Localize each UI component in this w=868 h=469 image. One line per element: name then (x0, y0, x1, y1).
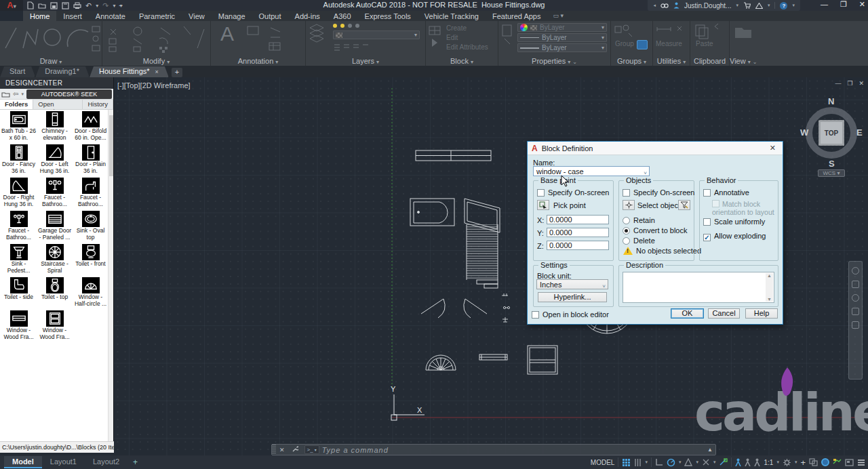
viewcube-south[interactable]: S (829, 159, 835, 169)
dc-block-item[interactable]: Door - Plain 36 in. (73, 144, 108, 178)
x-input[interactable]: 0.0000 (547, 215, 609, 224)
file-tab-drawing1[interactable]: Drawing1* (35, 66, 90, 77)
workspace-dropdown-icon[interactable]: ▾ (795, 460, 797, 465)
osnap-tracking-dropdown-icon[interactable]: ▾ (713, 460, 716, 465)
ribbon-tab-output[interactable]: Output (252, 11, 288, 21)
command-history-icon[interactable]: ▲ (707, 447, 715, 453)
dc-tab-history[interactable]: History (83, 100, 113, 109)
workspace-gear-icon[interactable] (783, 458, 791, 467)
match-orientation-checkbox[interactable]: Match block orientation to layout (712, 200, 774, 216)
dc-block-item[interactable]: Window - Wood Fra... (1, 310, 37, 344)
infocenter-collapse-icon[interactable]: ◂ (653, 3, 656, 8)
dc-load-icon[interactable] (1, 88, 10, 100)
convert-to-block-radio[interactable]: Convert to block (623, 226, 687, 234)
navigation-bar[interactable] (848, 261, 863, 380)
new-layout-button[interactable]: + (127, 457, 143, 467)
user-dropdown-icon[interactable]: ▾ (736, 3, 738, 8)
basepoint-specify-checkbox[interactable]: Specify On-screen (537, 188, 609, 197)
panel-label-properties[interactable]: Properties▾⌄ (498, 57, 610, 65)
panel-label-modify[interactable]: Modify▾ (102, 57, 210, 65)
dialog-titlebar[interactable]: A Block Definition ✕ (528, 142, 783, 155)
viewcube-north[interactable]: N (828, 96, 834, 106)
dc-block-item[interactable]: Garage Door - Paneled ... (37, 211, 73, 244)
block-create-label[interactable]: Create (446, 24, 488, 32)
dc-block-item[interactable]: Faucet - Bathroo... (1, 211, 37, 244)
restore-button[interactable]: ❐ (840, 0, 847, 9)
annotation-scale-icon[interactable] (754, 458, 760, 466)
designcenter-title[interactable]: DESIGNCENTER (0, 77, 113, 89)
ribbon-tab-annotate[interactable]: Annotate (89, 11, 132, 21)
z-input[interactable]: 0.0000 (547, 241, 609, 250)
dc-back-icon[interactable]: ⇦ (13, 90, 18, 98)
dc-block-item[interactable]: Faucet - Bathroo... (73, 178, 108, 211)
customization-menu-icon[interactable] (857, 459, 865, 466)
dc-block-item[interactable]: Chimney - elevation (37, 111, 73, 144)
isodraft-icon[interactable] (684, 458, 692, 467)
block-unit-combobox[interactable]: Inches˅ (536, 279, 608, 289)
designcenter-scrollbar[interactable] (108, 110, 113, 441)
command-line[interactable]: ✕ >_▾ Type a command ▲ (271, 444, 716, 455)
dc-tab-open-drawings[interactable]: Open Drawings (33, 100, 83, 109)
pan-icon[interactable] (852, 281, 859, 288)
tab-close-icon[interactable]: × (155, 68, 159, 75)
retain-radio[interactable]: Retain (623, 216, 655, 224)
linetype-dropdown[interactable]: ByLayer▾ (517, 33, 607, 42)
clean-screen-icon[interactable] (845, 459, 854, 466)
cancel-button[interactable]: Cancel (708, 308, 740, 319)
pick-point-button[interactable] (537, 200, 549, 210)
snap-dropdown-icon[interactable]: ▾ (645, 460, 648, 465)
dc-block-item[interactable]: Window - Wood Fra... (37, 310, 73, 344)
autoscale-icon[interactable] (745, 458, 751, 466)
file-tab-house-fittings[interactable]: House Fittings*× (90, 66, 169, 77)
ribbon-tab-featured-apps[interactable]: Featured Apps (486, 11, 548, 21)
minimize-button[interactable]: — (821, 0, 828, 9)
help-icon[interactable]: ? (780, 2, 787, 9)
panel-label-clipboard[interactable]: Clipboard (690, 57, 729, 65)
dc-block-item[interactable]: Door - Right Hung 36 in. (1, 178, 37, 211)
osnap-tracking-icon[interactable] (702, 458, 710, 466)
annotation-scale-value[interactable]: 1:1 (764, 459, 773, 466)
layer-lock-icon[interactable] (348, 24, 352, 28)
signin-user-label[interactable]: Justin.Dought... (684, 2, 731, 9)
panel-label-block[interactable]: Block▾ (426, 57, 498, 65)
y-input[interactable]: 0.0000 (547, 228, 609, 237)
hardware-acceleration-icon[interactable] (821, 458, 829, 466)
quick-properties-icon[interactable] (809, 458, 818, 466)
dc-block-item[interactable]: Toilet - front (73, 244, 108, 277)
text-tool-icon[interactable]: A (220, 22, 234, 45)
dc-block-item[interactable]: Window - Half-circle ... (73, 277, 108, 310)
allow-exploding-checkbox[interactable]: ✓Allow exploding (703, 232, 766, 241)
group-label[interactable]: Group (615, 40, 634, 47)
close-button[interactable]: ✕ (859, 0, 865, 9)
description-scrollbar[interactable]: ▲▼ (766, 273, 773, 302)
ribbon-tab-view[interactable]: View (182, 11, 212, 21)
panel-label-groups[interactable]: Groups▾ (611, 57, 652, 65)
delete-radio[interactable]: Delete (623, 237, 655, 245)
dc-block-item[interactable]: Sink - Pedest... (1, 244, 37, 277)
objects-specify-checkbox[interactable]: Specify On-screen (623, 188, 694, 197)
layer-on-bulb-icon[interactable] (333, 24, 337, 28)
dc-block-item[interactable]: Bath Tub - 26 x 60 in. (1, 111, 37, 144)
select-objects-icon[interactable] (623, 200, 635, 210)
dc-tab-folders[interactable]: Folders (0, 100, 33, 109)
description-textarea[interactable]: ▲▼ (623, 272, 774, 303)
command-customize-icon[interactable] (288, 446, 302, 454)
dc-block-item[interactable]: Sink - Oval top (73, 211, 108, 244)
layer-dropdown[interactable]: ▾ (333, 30, 420, 39)
annotation-monitor-plus-icon[interactable]: + (800, 457, 806, 468)
scale-dropdown-icon[interactable]: ▾ (776, 460, 779, 465)
block-edit-label[interactable]: Edit (446, 34, 488, 41)
viewcube-east[interactable]: E (856, 127, 863, 138)
command-close-icon[interactable]: ✕ (276, 447, 288, 453)
object-snap-icon[interactable] (719, 458, 728, 466)
polar-dropdown-icon[interactable]: ▾ (679, 460, 682, 465)
dc-block-item[interactable]: Toilet - side (1, 277, 37, 310)
panel-label-layers[interactable]: Layers▾ (306, 57, 425, 65)
isolate-objects-icon[interactable] (833, 458, 842, 466)
annotative-checkbox[interactable]: Annotative (703, 188, 749, 197)
scale-uniformly-checkbox[interactable]: Scale uniformly (703, 218, 765, 226)
select-objects-label[interactable]: Select objects (637, 201, 684, 209)
help-dropdown-icon[interactable]: ▾ (792, 3, 795, 8)
panel-label-draw[interactable]: Draw▾ (0, 57, 102, 65)
panel-label-utilities[interactable]: Utilities▾ (653, 57, 690, 65)
